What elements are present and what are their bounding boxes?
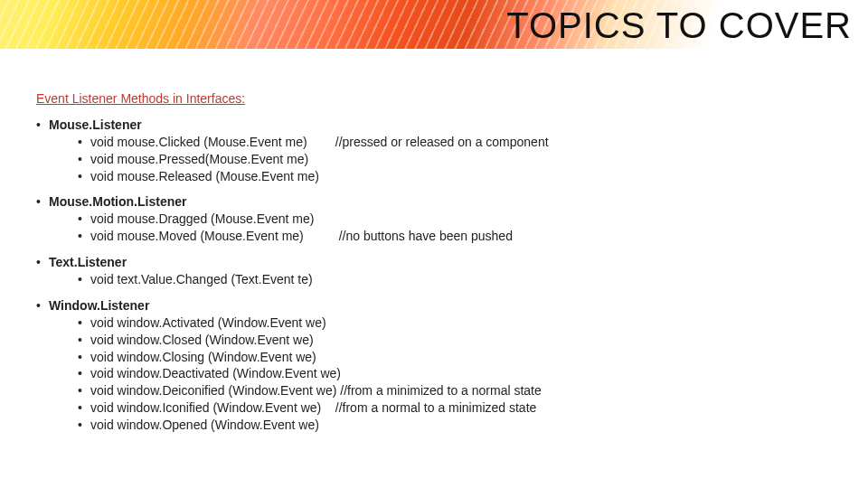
bullet-icon: •	[78, 228, 90, 245]
method-list: •void text.Value.Changed (Text.Event te)	[78, 271, 850, 288]
bullet-icon: •	[78, 417, 90, 434]
bullet-icon: •	[36, 117, 49, 134]
method-item: •void window.Closing (Window.Event we)	[78, 349, 850, 366]
bullet-icon: •	[78, 349, 90, 366]
method-item: •void window.Opened (Window.Event we)	[78, 417, 850, 434]
section-title: Event Listener Methods in Interfaces:	[36, 90, 850, 108]
method-list: •void mouse.Dragged (Mouse.Event me)•voi…	[78, 211, 850, 245]
method-signature: void mouse.Moved (Mouse.Event me)	[90, 228, 304, 245]
bullet-icon: •	[36, 254, 49, 271]
bullet-icon: •	[36, 297, 49, 314]
method-item: •void window.Closed (Window.Event we)	[78, 332, 850, 349]
method-item: •void window.Iconified (Window.Event we)…	[78, 399, 850, 417]
listener-group: •Window.Listener•void window.Activated (…	[36, 297, 850, 434]
method-comment: //no buttons have been pushed	[304, 228, 513, 245]
method-item: •void window.Deiconified (Window.Event w…	[78, 382, 850, 399]
method-signature: void mouse.Dragged (Mouse.Event me)	[90, 211, 314, 228]
method-item: •void mouse.Pressed(Mouse.Event me)	[78, 151, 850, 168]
group-name: Window.Listener	[49, 297, 149, 314]
method-signature: void window.Opened (Window.Event we)	[90, 417, 319, 434]
slide-body: Event Listener Methods in Interfaces: •M…	[36, 90, 850, 443]
bullet-icon: •	[78, 399, 90, 417]
group-name: Text.Listener	[49, 254, 127, 271]
method-signature: void window.Deactivated (Window.Event we…	[90, 365, 341, 382]
method-signature: void window.Closing (Window.Event we)	[90, 349, 316, 366]
method-signature: void mouse.Pressed(Mouse.Event me)	[90, 151, 308, 168]
method-item: •void mouse.Clicked (Mouse.Event me) //p…	[78, 134, 850, 151]
bullet-icon: •	[78, 365, 90, 382]
method-comment: //from a normal to a minimized state	[321, 399, 536, 417]
bullet-icon: •	[36, 193, 49, 211]
listener-groups: •Mouse.Listener•void mouse.Clicked (Mous…	[36, 117, 850, 434]
method-signature: void text.Value.Changed (Text.Event te)	[90, 271, 313, 288]
method-comment: //from a minimized to a normal state	[336, 382, 541, 399]
bullet-icon: •	[78, 211, 90, 228]
bullet-icon: •	[78, 332, 90, 349]
method-signature: void mouse.Clicked (Mouse.Event me)	[90, 134, 307, 151]
method-item: •void mouse.Moved (Mouse.Event me) //no …	[78, 228, 850, 245]
bullet-icon: •	[78, 271, 90, 288]
method-signature: void mouse.Released (Mouse.Event me)	[90, 168, 319, 185]
slide: TOPICS TO COVER Event Listener Methods i…	[0, 0, 868, 488]
method-signature: void window.Closed (Window.Event we)	[90, 332, 314, 349]
group-name: Mouse.Motion.Listener	[49, 193, 186, 211]
method-item: •void window.Activated (Window.Event we)	[78, 314, 850, 332]
listener-group: •Mouse.Listener•void mouse.Clicked (Mous…	[36, 117, 850, 185]
method-comment: //pressed or released on a component	[307, 134, 549, 151]
group-name: Mouse.Listener	[49, 117, 142, 134]
bullet-icon: •	[78, 151, 90, 168]
method-signature: void window.Activated (Window.Event we)	[90, 314, 326, 332]
bullet-icon: •	[78, 168, 90, 185]
method-signature: void window.Iconified (Window.Event we)	[90, 399, 321, 417]
method-list: •void mouse.Clicked (Mouse.Event me) //p…	[78, 134, 850, 185]
method-item: •void mouse.Released (Mouse.Event me)	[78, 168, 850, 185]
method-signature: void window.Deiconified (Window.Event we…	[90, 382, 336, 399]
slide-title: TOPICS TO COVER	[506, 5, 852, 46]
method-item: •void mouse.Dragged (Mouse.Event me)	[78, 211, 850, 228]
listener-group: •Mouse.Motion.Listener•void mouse.Dragge…	[36, 193, 850, 245]
method-list: •void window.Activated (Window.Event we)…	[78, 314, 850, 434]
method-item: •void text.Value.Changed (Text.Event te)	[78, 271, 850, 288]
bullet-icon: •	[78, 134, 90, 151]
bullet-icon: •	[78, 314, 90, 332]
bullet-icon: •	[78, 382, 90, 399]
listener-group: •Text.Listener•void text.Value.Changed (…	[36, 254, 850, 288]
method-item: •void window.Deactivated (Window.Event w…	[78, 365, 850, 382]
